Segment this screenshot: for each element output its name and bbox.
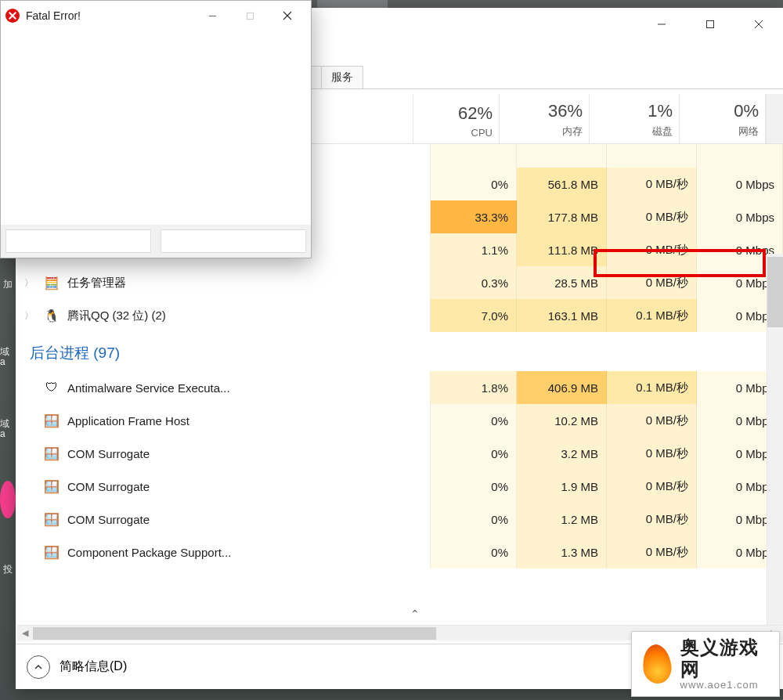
app-icon: 🪟 [44,511,60,527]
process-name: 腾讯QQ (32 位) (2) [67,309,166,323]
maximize-button[interactable] [686,8,734,41]
desktop-shortcut[interactable] [0,481,16,518]
cell-mem: 28.5 MB [517,266,607,299]
cell-disk: 0 MB/秒 [607,536,697,568]
process-row[interactable]: 〉🪟Component Package Support...0%1.3 MB0 … [16,536,783,568]
desktop-shortcut[interactable]: 加 [0,265,16,305]
desktop-left-icons: 加 域 a 域 a 投 [0,258,16,697]
close-button[interactable] [269,4,306,27]
app-icon: 🧮 [44,275,60,290]
cell-disk: 0 MB/秒 [607,470,697,503]
expand-icon[interactable]: 〉 [22,276,36,290]
scroll-left-arrow[interactable]: ◀ [17,628,33,638]
process-row[interactable]: 〉🪟COM Surrogate0%1.2 MB0 MB/秒0 Mbps [16,503,783,536]
watermark-url: www.aoe1.com [680,680,774,691]
app-icon: 🛡 [44,380,60,395]
scroll-thumb[interactable] [33,627,436,640]
disk-percent: 1% [596,101,673,121]
taskbar-fragment [317,0,388,8]
error-button-2[interactable] [161,229,306,253]
cell-cpu: 0% [431,470,517,503]
error-title: Fatal Error! [26,9,187,22]
process-row[interactable]: 〉🪟Application Frame Host0%10.2 MB0 MB/秒0… [16,404,783,437]
error-dialog: Fatal Error! [0,0,312,258]
cell-disk: 0 MB/秒 [607,404,697,437]
scroll-thumb[interactable] [767,257,783,327]
process-row[interactable]: 〉🛡Antimalware Service Executa...1.8%406.… [16,371,783,404]
cell-disk: 0 MB/秒 [607,503,697,536]
expand-details-button[interactable] [27,655,50,679]
watermark-title: 奥义游戏网 [680,637,774,680]
process-name: Application Frame Host [67,414,189,428]
process-name: COM Surrogate [67,513,150,526]
col-header-cpu[interactable]: 62% CPU [413,94,500,143]
col-header-network[interactable]: 0% 网络 [680,94,766,143]
cell-cpu: 0% [431,503,517,536]
minimize-button[interactable] [637,8,686,41]
process-name: Component Package Support... [67,546,231,559]
cell-net: 0 Mbps [697,200,783,233]
cell-cpu: 0.3% [431,266,517,299]
svg-rect-1 [707,21,714,28]
cell-cpu: 0% [431,168,517,200]
site-watermark: 奥义游戏网 www.aoe1.com [631,631,780,697]
close-button[interactable] [734,8,783,41]
cell-cpu: 33.3% [431,200,517,233]
process-row[interactable]: 〉🧮任务管理器0.3%28.5 MB0 MB/秒0 Mbps [16,266,783,299]
cell-disk: 0.1 MB/秒 [607,299,697,332]
process-name: Antimalware Service Executa... [67,381,230,395]
desktop-shortcut[interactable]: 投 [0,550,16,590]
cell-cpu: 1.8% [431,371,517,404]
cell-disk: 0 MB/秒 [607,266,697,299]
col-header-memory[interactable]: 36% 内存 [500,94,590,143]
cell-cpu: 1.1% [431,233,517,266]
cell-mem: 1.2 MB [517,503,607,536]
error-footer [1,225,311,258]
cell-net: 0 Mbps [697,168,783,200]
group-background-processes[interactable]: 后台进程 (97) [16,332,783,371]
process-row[interactable]: 〉🐧腾讯QQ (32 位) (2)7.0%163.1 MB0.1 MB/秒0 M… [16,299,783,332]
minimize-button[interactable] [193,4,231,27]
cell-mem: 177.8 MB [517,200,607,233]
process-row[interactable]: 〉🪟COM Surrogate0%1.9 MB0 MB/秒0 Mbps [16,470,783,503]
expand-icon[interactable]: 〉 [22,309,36,323]
app-icon: 🪟 [44,413,60,428]
cpu-label: CPU [420,127,493,143]
cell-mem: 10.2 MB [517,404,607,437]
process-name: COM Surrogate [67,447,150,460]
desktop-shortcut[interactable]: 域 a [0,337,16,377]
cpu-percent: 62% [420,103,493,124]
cell-disk: 0.1 MB/秒 [607,371,697,404]
cell-mem: 1.9 MB [517,470,607,503]
scrollbar-gutter [766,94,783,143]
vertical-scrollbar[interactable] [767,254,783,642]
cell-disk: 0 MB/秒 [607,437,697,470]
network-label: 网络 [686,124,759,143]
app-icon: 🪟 [44,478,60,494]
less-info-label[interactable]: 简略信息(D) [60,659,127,675]
error-body [1,31,311,225]
tab-services[interactable]: 服务 [321,66,363,88]
app-icon: 🪟 [44,446,60,461]
cell-mem: 111.8 MB [517,233,607,266]
svg-rect-5 [247,13,253,19]
flame-icon [638,641,674,687]
cell-cpu: 0% [431,404,517,437]
cell-cpu: 7.0% [431,299,517,332]
maximize-button [231,4,269,27]
error-titlebar[interactable]: Fatal Error! [1,1,311,31]
cell-disk: 0 MB/秒 [607,233,697,266]
column-collapse-icon[interactable]: ⌃ [410,608,420,620]
error-icon [5,9,20,23]
cell-mem: 3.2 MB [517,437,607,470]
cell-mem: 561.8 MB [517,168,607,200]
cell-cpu: 0% [431,536,517,568]
disk-label: 磁盘 [596,124,673,143]
col-header-disk[interactable]: 1% 磁盘 [590,94,680,143]
app-icon: 🐧 [44,308,60,323]
desktop-shortcut[interactable]: 域 a [0,409,16,449]
process-row[interactable]: 〉🪟COM Surrogate0%3.2 MB0 MB/秒0 Mbps [16,437,783,470]
cell-disk: 0 MB/秒 [607,200,697,233]
error-button-1[interactable] [5,229,151,253]
cell-mem: 406.9 MB [517,371,607,404]
